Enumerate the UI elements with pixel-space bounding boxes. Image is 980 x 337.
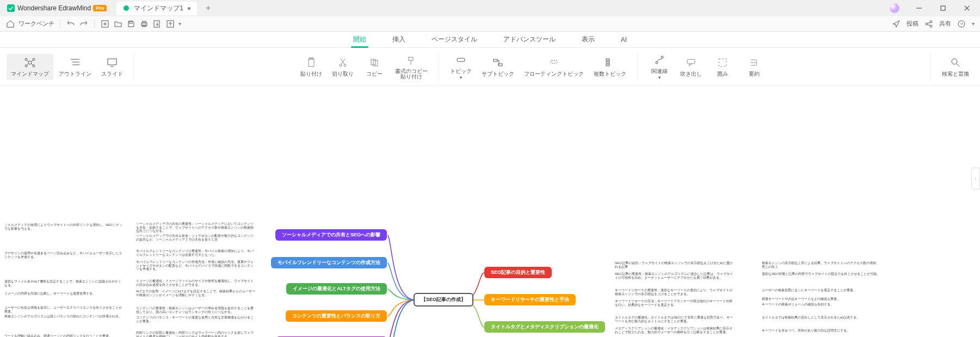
leaf-l1-1[interactable]: ブデザインの採用や長過ぎるページ読み込みなど、モバイルユーザー表示したコンテンツ… — [4, 252, 124, 259]
svg-point-15 — [926, 23, 928, 25]
paste-button[interactable]: 貼り付け — [296, 52, 326, 82]
leaf-l1-2[interactable]: 適切なファイル名やALT属性を設定することで、検索エンジンに認識されやすくなる。 — [4, 280, 124, 287]
right-branch-2[interactable]: タイトルタグとメタディスクリプションの最適化 — [484, 321, 605, 333]
send-label[interactable]: 投稿 — [907, 20, 919, 28]
center-topic[interactable]: 【SEO記事の作成】 — [414, 293, 473, 307]
svg-rect-55 — [719, 59, 726, 66]
export-icon[interactable] — [152, 19, 162, 29]
leaf-r2-3[interactable]: 関連キーワードや共起キーワードなどの確認も重要。 — [762, 297, 882, 301]
copy-button[interactable]: コピー — [359, 52, 390, 82]
leaf-r1-5[interactable]: メタディスクリプションの最適化：メタディスクリプションは検索結果に表示されことで… — [615, 327, 735, 334]
workbench-label[interactable]: ワークベンチ — [19, 20, 54, 28]
help-icon[interactable]: ? — [957, 19, 966, 29]
menu-start[interactable]: 開始 — [351, 32, 368, 47]
svg-rect-13 — [154, 21, 159, 27]
leaf-l1-3[interactable]: イメージの内容を簡潔に記載し、キーワードも適度使用する。 — [4, 292, 124, 296]
new-tab-button[interactable]: + — [201, 2, 215, 14]
leaf-l2-8[interactable]: 内部リンクの役割と最適化：内部リンクはウェブページ内のリンクを探しウェブサイトの… — [136, 331, 256, 337]
summary-button[interactable]: 要約 — [739, 51, 769, 82]
svg-line-18 — [928, 22, 930, 23]
share2-icon[interactable] — [924, 19, 934, 29]
menu-ai[interactable]: AI — [619, 33, 629, 47]
svg-line-30 — [32, 64, 33, 65]
share-label[interactable]: 共有 — [939, 20, 951, 28]
maximize-button[interactable] — [932, 1, 954, 15]
new-icon[interactable] — [100, 19, 110, 29]
ai-orb-icon[interactable] — [890, 3, 899, 13]
leaf-l2-6[interactable]: コンテンツの重要性：検索エンジンはユーザーの求める情報を提供することを重視してお… — [136, 307, 256, 314]
minimize-button[interactable] — [908, 1, 930, 15]
close-button[interactable] — [956, 1, 978, 15]
leaf-r2-0[interactable]: 検索エンジンの表示順位上昇による効果、ウェブサイトへのアクセス数の増加、売上の向… — [762, 261, 882, 268]
mindmap-canvas[interactable]: 【SEO記事の作成】 ソーシャルメディアでの共有とSEOへの影響モバイルフレンド… — [0, 86, 980, 337]
svg-line-27 — [27, 60, 28, 62]
left-branch-0[interactable]: ソーシャルメディアでの共有とSEOへの影響 — [275, 229, 387, 241]
doc-icon — [123, 5, 130, 11]
left-branch-3[interactable]: コンテンツの重要性とバランスの取り方 — [286, 310, 387, 322]
home-icon[interactable] — [5, 19, 15, 29]
leaf-r1-3[interactable]: キーワードリサーチの手法：キーワードプランナーや競合他社のキーワード分析を行い、… — [615, 299, 735, 307]
svg-point-16 — [930, 21, 932, 23]
leaf-r1-4[interactable]: タイトルタグの最適化：タイトルタグはSEOにて非常に重要な役割であり、キーワード… — [615, 316, 735, 323]
leaf-l1-0[interactable]: シャルメディアの使用によりウェブサイトへの外部リンクも増加し、SEOジティブな影… — [4, 223, 124, 230]
leaf-l2-1[interactable]: ソーシャルメディアでの共有を促進：シェアボタンの配置や魅力的なコンテンツの提供な… — [136, 234, 256, 241]
topic-button[interactable]: トピック▾ — [446, 51, 476, 82]
share-icon[interactable] — [165, 19, 175, 29]
leaf-r1-2[interactable]: キーワードリサーチの重要性：適切なキーワードの選択により、ウェブサイトの検索エン… — [615, 289, 735, 296]
redo-icon[interactable] — [79, 19, 89, 29]
save-icon[interactable] — [126, 19, 136, 29]
view-mindmap-button[interactable]: マインドマップ — [7, 54, 53, 80]
menu-pagestyle[interactable]: ページスタイル — [429, 32, 479, 47]
open-icon[interactable] — [113, 19, 123, 29]
leaf-r2-4[interactable]: キーワードの検索ボリュームの確認も有効する。 — [762, 303, 882, 307]
menu-bar: 開始 挿入 ページスタイル アドバンスツール 表示 AI — [0, 32, 980, 48]
floating-topic-button[interactable]: フローティングトピック — [520, 51, 588, 82]
svg-rect-9 — [130, 21, 132, 23]
send-icon[interactable] — [891, 19, 901, 29]
menu-insert[interactable]: 挿入 — [390, 32, 408, 47]
leaf-r2-1[interactable]: 適切なSEO対策と記事の内容でウェブサイトの競合力を向上させることが可能。 — [762, 272, 882, 276]
svg-rect-51 — [606, 64, 609, 66]
leaf-r1-0[interactable]: SEO記事の目的：ウェブサイトの検索エンジンでの表示順位を上げるために書かれる記… — [615, 261, 735, 268]
cut-button[interactable]: 切り取り — [328, 52, 358, 82]
subtopic-button[interactable]: サブトピック — [477, 51, 519, 82]
search-replace-button[interactable]: 検索と置換 — [938, 54, 973, 80]
side-panel-toggle[interactable]: ‹ — [971, 168, 980, 189]
leaf-r2-2[interactable]: ユーザーの検索意図に合ったキーワードを選定することが重要。 — [762, 289, 882, 292]
format-paste-button[interactable]: 書式のコピー 貼り付け — [391, 52, 432, 82]
callout-button[interactable]: 吹き出し — [676, 51, 706, 82]
leaf-r1-1[interactable]: SEO記事の重要性：検索エンジンのアルゴリズムに適合した記事は、ウェブサイトの可… — [615, 272, 735, 279]
leaf-l2-7[interactable]: コンテンツのバランス：キーワードの適度な使用と自然な文章構成を心がけることが重要… — [136, 316, 256, 323]
modified-dot-icon — [188, 7, 190, 10]
right-branch-1[interactable]: キーワードリサーチの重要性と手法 — [484, 294, 576, 305]
multi-topic-button[interactable]: 複数トピック — [589, 51, 631, 82]
svg-line-19 — [928, 24, 930, 26]
relation-button[interactable]: 関連線▾ — [644, 51, 675, 82]
right-branch-0[interactable]: SEO記事の目的と重要性 — [484, 267, 552, 278]
leaf-r2-6[interactable]: キーワードを含みつつ、意味があり魅力的な説明文にする。 — [762, 329, 882, 333]
left-branch-1[interactable]: モバイルフレンドリーなコンテンツの作成方法 — [271, 257, 387, 268]
document-tab[interactable]: マインドマップ1 — [116, 2, 197, 15]
leaf-l1-4[interactable]: ユーザーに有益な情報を提供し、ユーザーエクスペリエンスを向上させることが重要。 — [4, 306, 124, 313]
menu-advanced[interactable]: アドバンスツール — [501, 32, 558, 47]
leaf-l2-4[interactable]: イメージの最適化：イメージファイルのサイズや形式を最適化し、ウェブサイトの読み込… — [136, 279, 256, 286]
view-slide-button[interactable]: スライド — [97, 54, 127, 80]
svg-point-38 — [340, 64, 342, 66]
leaf-l2-3[interactable]: モバイルフレンドリーなコンテンツの作成方法：作成と確認の方法、要素やフォントサイ… — [136, 260, 256, 271]
leaf-r2-5[interactable]: タイトルタグは検索結果の見出しとして表示されるため記述する。 — [762, 316, 882, 320]
svg-line-29 — [27, 64, 28, 65]
menu-display[interactable]: 表示 — [580, 32, 597, 47]
leaf-l2-2[interactable]: モバイルフレンドリーなコンテンツの重要性：モバイル検索の増加により、モバイルフレ… — [136, 249, 256, 256]
leaf-l2-0[interactable]: ソーシャルメディアでの共有の重要性：ソーシャルメディアにおいてコンテンツを共有・… — [136, 222, 256, 233]
print-icon[interactable] — [139, 19, 149, 29]
frame-button[interactable]: 囲み — [707, 51, 738, 82]
leaf-l1-5[interactable]: 検索エンジンのアルゴリズムは質とバランスの取れたコンテンツが評価される。 — [4, 315, 124, 318]
app-title: Wondershare EdrawMind Pro — [2, 4, 111, 13]
view-outline-button[interactable]: アウトライン — [54, 54, 96, 80]
svg-rect-34 — [108, 59, 116, 65]
svg-point-52 — [656, 62, 658, 64]
leaf-l1-6[interactable]: ワードを理解に組み込み、関連ページとの内部リンクを行うことが重要。 — [4, 334, 124, 337]
left-branch-2[interactable]: イメージの最適化とALTタグの使用方法 — [286, 283, 387, 295]
leaf-l2-5[interactable]: ALTタグの使用：イメージにALTタグを設定することで、検索結果からのユーザーや… — [136, 290, 256, 297]
undo-icon[interactable] — [66, 19, 76, 29]
